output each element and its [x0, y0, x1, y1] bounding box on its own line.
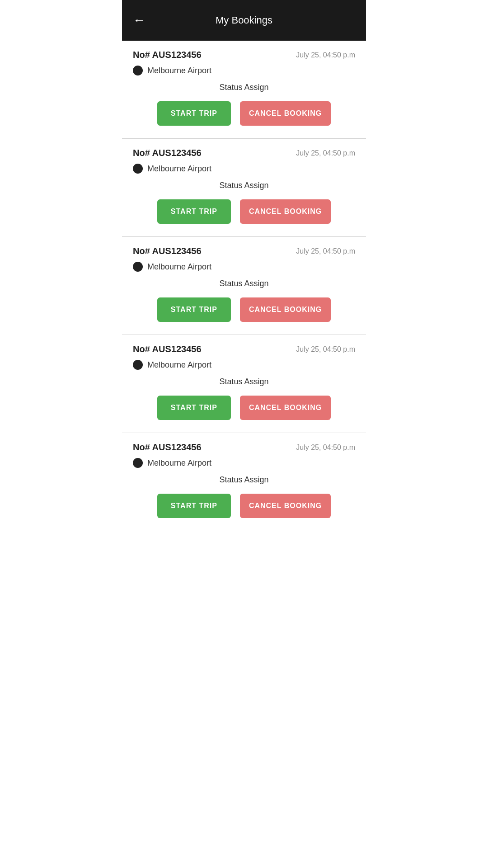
booking-actions: START TRIP CANCEL BOOKING — [133, 297, 355, 322]
booking-actions: START TRIP CANCEL BOOKING — [133, 396, 355, 420]
booking-location: Melbourne Airport — [133, 458, 355, 468]
location-name: Melbourne Airport — [147, 262, 211, 272]
booking-card: No# AUS123456 July 25, 04:50 p.m Melbour… — [122, 433, 366, 531]
booking-actions: START TRIP CANCEL BOOKING — [133, 199, 355, 224]
page-title: My Bookings — [216, 14, 272, 26]
booking-date: July 25, 04:50 p.m — [296, 149, 355, 157]
booking-header: No# AUS123456 July 25, 04:50 p.m — [133, 50, 355, 60]
booking-actions: START TRIP CANCEL BOOKING — [133, 494, 355, 518]
location-name: Melbourne Airport — [147, 164, 211, 174]
cancel-booking-button[interactable]: CANCEL BOOKING — [240, 494, 331, 518]
booking-status: Status Assign — [133, 181, 355, 190]
booking-location: Melbourne Airport — [133, 262, 355, 272]
booking-status: Status Assign — [133, 83, 355, 92]
booking-number: No# AUS123456 — [133, 246, 202, 256]
booking-actions: START TRIP CANCEL BOOKING — [133, 101, 355, 126]
location-dot-icon — [133, 66, 143, 75]
booking-number: No# AUS123456 — [133, 344, 202, 354]
app-header: ← My Bookings — [122, 0, 366, 41]
booking-card: No# AUS123456 July 25, 04:50 p.m Melbour… — [122, 237, 366, 335]
booking-card: No# AUS123456 July 25, 04:50 p.m Melbour… — [122, 139, 366, 237]
location-name: Melbourne Airport — [147, 360, 211, 370]
cancel-booking-button[interactable]: CANCEL BOOKING — [240, 199, 331, 224]
location-dot-icon — [133, 262, 143, 272]
booking-status: Status Assign — [133, 377, 355, 387]
booking-header: No# AUS123456 July 25, 04:50 p.m — [133, 344, 355, 354]
location-dot-icon — [133, 458, 143, 468]
booking-header: No# AUS123456 July 25, 04:50 p.m — [133, 442, 355, 453]
booking-date: July 25, 04:50 p.m — [296, 345, 355, 354]
start-trip-button[interactable]: START TRIP — [157, 297, 231, 322]
booking-location: Melbourne Airport — [133, 66, 355, 75]
booking-location: Melbourne Airport — [133, 360, 355, 370]
cancel-booking-button[interactable]: CANCEL BOOKING — [240, 297, 331, 322]
location-dot-icon — [133, 164, 143, 174]
start-trip-button[interactable]: START TRIP — [157, 199, 231, 224]
start-trip-button[interactable]: START TRIP — [157, 396, 231, 420]
cancel-booking-button[interactable]: CANCEL BOOKING — [240, 396, 331, 420]
booking-number: No# AUS123456 — [133, 442, 202, 453]
booking-date: July 25, 04:50 p.m — [296, 247, 355, 255]
cancel-booking-button[interactable]: CANCEL BOOKING — [240, 101, 331, 126]
booking-card: No# AUS123456 July 25, 04:50 p.m Melbour… — [122, 335, 366, 433]
start-trip-button[interactable]: START TRIP — [157, 101, 231, 126]
booking-date: July 25, 04:50 p.m — [296, 443, 355, 452]
booking-header: No# AUS123456 July 25, 04:50 p.m — [133, 148, 355, 158]
location-dot-icon — [133, 360, 143, 370]
back-button[interactable]: ← — [133, 14, 145, 27]
booking-location: Melbourne Airport — [133, 164, 355, 174]
location-name: Melbourne Airport — [147, 66, 211, 75]
booking-date: July 25, 04:50 p.m — [296, 51, 355, 59]
booking-number: No# AUS123456 — [133, 50, 202, 60]
booking-number: No# AUS123456 — [133, 148, 202, 158]
start-trip-button[interactable]: START TRIP — [157, 494, 231, 518]
booking-header: No# AUS123456 July 25, 04:50 p.m — [133, 246, 355, 256]
location-name: Melbourne Airport — [147, 458, 211, 468]
booking-list: No# AUS123456 July 25, 04:50 p.m Melbour… — [122, 41, 366, 531]
booking-status: Status Assign — [133, 475, 355, 485]
booking-status: Status Assign — [133, 279, 355, 288]
booking-card: No# AUS123456 July 25, 04:50 p.m Melbour… — [122, 41, 366, 139]
